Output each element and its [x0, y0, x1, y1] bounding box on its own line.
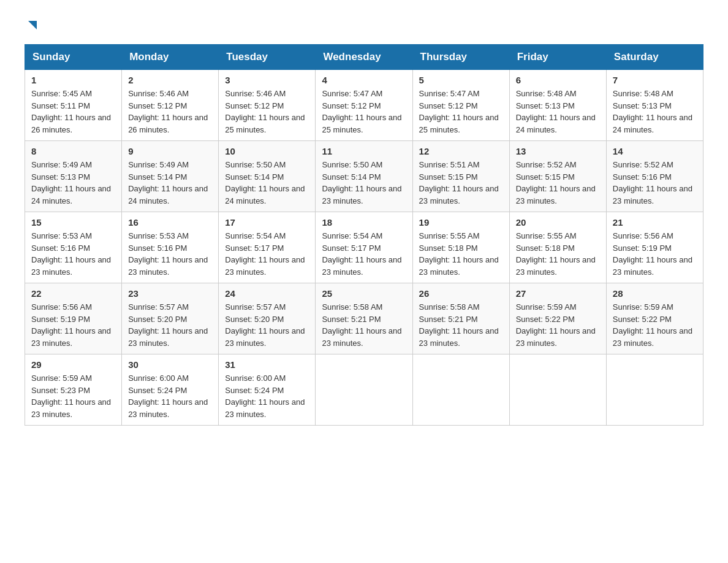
calendar-cell: 31 Sunrise: 6:00 AM Sunset: 5:24 PM Dayl…: [219, 354, 316, 426]
calendar-cell: [606, 354, 703, 426]
calendar-cell: 9 Sunrise: 5:49 AM Sunset: 5:14 PM Dayli…: [122, 141, 219, 212]
day-info: Sunrise: 5:48 AM Sunset: 5:13 PM Dayligh…: [516, 88, 600, 136]
day-info: Sunrise: 5:49 AM Sunset: 5:13 PM Dayligh…: [31, 159, 115, 207]
day-info: Sunrise: 5:59 AM Sunset: 5:22 PM Dayligh…: [516, 301, 600, 349]
calendar-cell: 8 Sunrise: 5:49 AM Sunset: 5:13 PM Dayli…: [25, 141, 122, 212]
calendar-cell: 24 Sunrise: 5:57 AM Sunset: 5:20 PM Dayl…: [219, 283, 316, 354]
weekday-header-row: SundayMondayTuesdayWednesdayThursdayFrid…: [25, 45, 703, 70]
day-info: Sunrise: 5:55 AM Sunset: 5:18 PM Dayligh…: [419, 230, 503, 278]
calendar-cell: 14 Sunrise: 5:52 AM Sunset: 5:16 PM Dayl…: [606, 141, 703, 212]
day-number: 8: [31, 146, 115, 156]
day-number: 14: [613, 146, 697, 156]
day-number: 11: [322, 146, 406, 156]
calendar-week-row: 29 Sunrise: 5:59 AM Sunset: 5:23 PM Dayl…: [25, 354, 703, 426]
day-info: Sunrise: 5:47 AM Sunset: 5:12 PM Dayligh…: [419, 88, 503, 136]
calendar-cell: 13 Sunrise: 5:52 AM Sunset: 5:15 PM Dayl…: [509, 141, 606, 212]
calendar-week-row: 22 Sunrise: 5:56 AM Sunset: 5:19 PM Dayl…: [25, 283, 703, 354]
calendar-cell: 15 Sunrise: 5:53 AM Sunset: 5:16 PM Dayl…: [25, 212, 122, 283]
calendar-week-row: 8 Sunrise: 5:49 AM Sunset: 5:13 PM Dayli…: [25, 141, 703, 212]
day-info: Sunrise: 5:58 AM Sunset: 5:21 PM Dayligh…: [419, 301, 503, 349]
day-number: 22: [31, 288, 115, 299]
day-number: 15: [31, 217, 115, 228]
day-info: Sunrise: 5:50 AM Sunset: 5:14 PM Dayligh…: [322, 159, 406, 207]
day-info: Sunrise: 5:49 AM Sunset: 5:14 PM Dayligh…: [128, 159, 212, 207]
day-info: Sunrise: 5:54 AM Sunset: 5:17 PM Dayligh…: [225, 230, 309, 278]
day-info: Sunrise: 5:47 AM Sunset: 5:12 PM Dayligh…: [322, 88, 406, 136]
day-number: 6: [516, 75, 600, 85]
day-number: 27: [516, 288, 600, 299]
day-number: 26: [419, 288, 503, 299]
weekday-header-saturday: Saturday: [606, 45, 703, 70]
calendar-cell: 7 Sunrise: 5:48 AM Sunset: 5:13 PM Dayli…: [606, 70, 703, 141]
calendar-cell: 1 Sunrise: 5:45 AM Sunset: 5:11 PM Dayli…: [25, 70, 122, 141]
svg-marker-0: [28, 21, 37, 29]
day-number: 17: [225, 217, 309, 228]
day-number: 25: [322, 288, 406, 299]
day-info: Sunrise: 5:52 AM Sunset: 5:15 PM Dayligh…: [516, 159, 600, 207]
weekday-header-sunday: Sunday: [25, 45, 122, 70]
day-number: 9: [128, 146, 212, 156]
day-info: Sunrise: 5:53 AM Sunset: 5:16 PM Dayligh…: [128, 230, 212, 278]
day-number: 13: [516, 146, 600, 156]
day-info: Sunrise: 5:58 AM Sunset: 5:21 PM Dayligh…: [322, 301, 406, 349]
day-info: Sunrise: 6:00 AM Sunset: 5:24 PM Dayligh…: [225, 372, 309, 420]
day-number: 23: [128, 288, 212, 299]
day-info: Sunrise: 6:00 AM Sunset: 5:24 PM Dayligh…: [128, 372, 212, 420]
day-number: 30: [128, 359, 212, 370]
day-number: 18: [322, 217, 406, 228]
day-number: 3: [225, 75, 309, 85]
calendar-cell: 17 Sunrise: 5:54 AM Sunset: 5:17 PM Dayl…: [219, 212, 316, 283]
day-info: Sunrise: 5:59 AM Sunset: 5:22 PM Dayligh…: [613, 301, 697, 349]
calendar-cell: 28 Sunrise: 5:59 AM Sunset: 5:22 PM Dayl…: [606, 283, 703, 354]
day-number: 10: [225, 146, 309, 156]
day-info: Sunrise: 5:50 AM Sunset: 5:14 PM Dayligh…: [225, 159, 309, 207]
calendar-cell: 16 Sunrise: 5:53 AM Sunset: 5:16 PM Dayl…: [122, 212, 219, 283]
day-number: 20: [516, 217, 600, 228]
calendar-cell: 11 Sunrise: 5:50 AM Sunset: 5:14 PM Dayl…: [316, 141, 412, 212]
day-number: 19: [419, 217, 503, 228]
calendar-cell: 26 Sunrise: 5:58 AM Sunset: 5:21 PM Dayl…: [412, 283, 509, 354]
day-number: 21: [613, 217, 697, 228]
calendar-cell: [509, 354, 606, 426]
day-number: 12: [419, 146, 503, 156]
day-info: Sunrise: 5:55 AM Sunset: 5:18 PM Dayligh…: [516, 230, 600, 278]
day-info: Sunrise: 5:57 AM Sunset: 5:20 PM Dayligh…: [128, 301, 212, 349]
calendar-cell: 29 Sunrise: 5:59 AM Sunset: 5:23 PM Dayl…: [25, 354, 122, 426]
day-info: Sunrise: 5:45 AM Sunset: 5:11 PM Dayligh…: [31, 88, 115, 136]
calendar-cell: 19 Sunrise: 5:55 AM Sunset: 5:18 PM Dayl…: [412, 212, 509, 283]
calendar-cell: 4 Sunrise: 5:47 AM Sunset: 5:12 PM Dayli…: [316, 70, 412, 141]
day-number: 24: [225, 288, 309, 299]
calendar-cell: 2 Sunrise: 5:46 AM Sunset: 5:12 PM Dayli…: [122, 70, 219, 141]
logo-arrow-icon: [26, 18, 39, 32]
calendar-week-row: 1 Sunrise: 5:45 AM Sunset: 5:11 PM Dayli…: [25, 70, 703, 141]
day-number: 16: [128, 217, 212, 228]
day-number: 4: [322, 75, 406, 85]
calendar-cell: 30 Sunrise: 6:00 AM Sunset: 5:24 PM Dayl…: [122, 354, 219, 426]
calendar-table: SundayMondayTuesdayWednesdayThursdayFrid…: [25, 44, 703, 426]
calendar-week-row: 15 Sunrise: 5:53 AM Sunset: 5:16 PM Dayl…: [25, 212, 703, 283]
day-number: 7: [613, 75, 697, 85]
day-number: 5: [419, 75, 503, 85]
calendar-cell: 3 Sunrise: 5:46 AM Sunset: 5:12 PM Dayli…: [219, 70, 316, 141]
calendar-cell: 6 Sunrise: 5:48 AM Sunset: 5:13 PM Dayli…: [509, 70, 606, 141]
day-info: Sunrise: 5:46 AM Sunset: 5:12 PM Dayligh…: [225, 88, 309, 136]
calendar-cell: 20 Sunrise: 5:55 AM Sunset: 5:18 PM Dayl…: [509, 212, 606, 283]
day-info: Sunrise: 5:56 AM Sunset: 5:19 PM Dayligh…: [31, 301, 115, 349]
day-info: Sunrise: 5:57 AM Sunset: 5:20 PM Dayligh…: [225, 301, 309, 349]
weekday-header-monday: Monday: [122, 45, 219, 70]
day-number: 2: [128, 75, 212, 85]
day-info: Sunrise: 5:51 AM Sunset: 5:15 PM Dayligh…: [419, 159, 503, 207]
day-info: Sunrise: 5:53 AM Sunset: 5:16 PM Dayligh…: [31, 230, 115, 278]
day-info: Sunrise: 5:59 AM Sunset: 5:23 PM Dayligh…: [31, 372, 115, 420]
day-info: Sunrise: 5:46 AM Sunset: 5:12 PM Dayligh…: [128, 88, 212, 136]
calendar-cell: 18 Sunrise: 5:54 AM Sunset: 5:17 PM Dayl…: [316, 212, 412, 283]
day-info: Sunrise: 5:48 AM Sunset: 5:13 PM Dayligh…: [613, 88, 697, 136]
calendar-cell: 25 Sunrise: 5:58 AM Sunset: 5:21 PM Dayl…: [316, 283, 412, 354]
calendar-cell: 22 Sunrise: 5:56 AM Sunset: 5:19 PM Dayl…: [25, 283, 122, 354]
day-number: 28: [613, 288, 697, 299]
calendar-cell: 12 Sunrise: 5:51 AM Sunset: 5:15 PM Dayl…: [412, 141, 509, 212]
calendar-cell: 5 Sunrise: 5:47 AM Sunset: 5:12 PM Dayli…: [412, 70, 509, 141]
day-number: 31: [225, 359, 309, 370]
day-info: Sunrise: 5:52 AM Sunset: 5:16 PM Dayligh…: [613, 159, 697, 207]
calendar-cell: [316, 354, 412, 426]
